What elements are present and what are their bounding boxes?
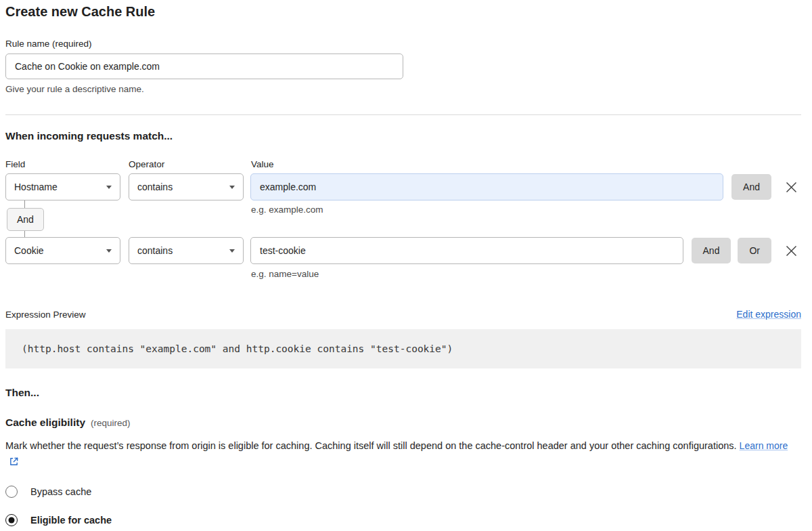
then-heading: Then... — [5, 387, 801, 399]
operator-select-1-value: contains — [137, 182, 173, 192]
condition-column-labels: Field Operator Value — [5, 159, 801, 169]
radio-label: Eligible for cache — [30, 515, 112, 526]
cache-eligibility-heading: Cache eligibility (required) — [5, 417, 801, 429]
connector-line — [24, 231, 25, 237]
description-text: Mark whether the request’s response from… — [5, 440, 737, 451]
connector-and-chip[interactable]: And — [7, 208, 44, 231]
expression-preview-label: Expression Preview — [5, 310, 86, 320]
value-hint-2: e.g. name=value — [251, 269, 801, 279]
close-icon — [785, 181, 798, 194]
chevron-down-icon — [106, 249, 112, 253]
value-column-label: Value — [251, 159, 274, 169]
section-divider — [5, 114, 801, 115]
chevron-down-icon — [229, 186, 235, 189]
learn-more-link[interactable]: Learn more — [740, 440, 788, 451]
remove-condition-1-button[interactable] — [781, 177, 801, 197]
value-hint-1: e.g. example.com — [251, 205, 323, 215]
match-heading: When incoming requests match... — [5, 130, 801, 142]
operator-select-2[interactable]: contains — [129, 237, 244, 264]
remove-condition-2-button[interactable] — [781, 240, 801, 261]
connector-line — [24, 200, 25, 208]
value-input-1[interactable] — [250, 173, 723, 200]
condition-row-1: Hostname contains And — [5, 173, 801, 200]
field-column-label: Field — [5, 159, 129, 169]
expression-preview-header: Expression Preview Edit expression — [5, 309, 801, 320]
chevron-down-icon — [229, 249, 235, 253]
and-button-row-2[interactable]: And — [692, 238, 731, 263]
field-select-1[interactable]: Hostname — [5, 173, 120, 200]
expression-code: (http.host contains "example.com" and ht… — [5, 329, 801, 368]
chevron-down-icon — [106, 186, 112, 189]
or-button-row-2[interactable]: Or — [738, 238, 771, 263]
and-button-row-1[interactable]: And — [731, 174, 771, 200]
radio-label: Bypass cache — [30, 486, 91, 497]
radio-option-bypass-cache[interactable]: Bypass cache — [5, 486, 801, 498]
field-select-2-value: Cookie — [14, 245, 44, 256]
row-1-after: And e.g. example.com — [5, 200, 801, 237]
cache-eligibility-title: Cache eligibility — [5, 417, 85, 429]
field-select-1-value: Hostname — [14, 182, 58, 192]
operator-select-2-value: contains — [137, 245, 173, 256]
close-icon — [785, 245, 798, 257]
rule-name-input[interactable] — [5, 54, 403, 79]
create-cache-rule-page: Create new Cache Rule Rule name (require… — [0, 0, 812, 526]
condition-row-2: Cookie contains And Or — [5, 237, 801, 264]
radio-icon — [5, 486, 18, 498]
operator-column-label: Operator — [129, 159, 251, 169]
page-title: Create new Cache Rule — [5, 4, 801, 20]
external-link-icon — [9, 455, 19, 471]
required-badge: (required) — [91, 418, 131, 428]
cache-eligibility-description: Mark whether the request’s response from… — [5, 438, 797, 471]
edit-expression-link[interactable]: Edit expression — [736, 309, 801, 320]
value-input-2[interactable] — [250, 237, 683, 264]
radio-icon — [5, 514, 18, 526]
rule-name-label: Rule name (required) — [5, 39, 801, 49]
rule-name-helper: Give your rule a descriptive name. — [5, 84, 801, 94]
field-select-2[interactable]: Cookie — [5, 237, 120, 264]
radio-option-eligible-for-cache[interactable]: Eligible for cache — [5, 514, 801, 526]
condition-connector: And — [5, 200, 251, 237]
operator-select-1[interactable]: contains — [129, 173, 244, 200]
